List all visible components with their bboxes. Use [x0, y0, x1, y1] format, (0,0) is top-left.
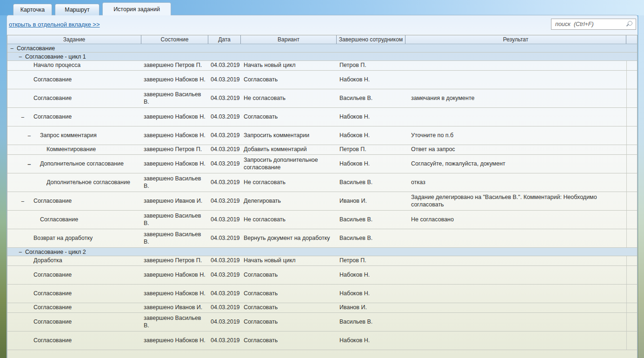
collapse-toggle-icon[interactable]: −	[21, 114, 27, 120]
header-cell-5[interactable]: Завершено сотрудником	[337, 35, 405, 44]
task-label: Запрос комментария	[40, 132, 97, 139]
table-row[interactable]: Согласованиезавершено Набоков Н.04.03.20…	[7, 71, 637, 89]
cell-task: Согласование	[7, 331, 141, 350]
task-label: Согласование	[33, 290, 72, 297]
row-filler	[626, 61, 637, 70]
cell-state: завершено Васильев В.	[141, 89, 208, 107]
cell-employee: Васильев В.	[337, 211, 405, 229]
cell-state: завершено Васильев В.	[141, 313, 208, 331]
cell-state: завершено Набоков Н.	[141, 285, 208, 303]
header-cell-3[interactable]: Дата	[208, 35, 241, 44]
open-in-new-tab-link[interactable]: открыть в отдельной вкладке >>	[9, 21, 100, 28]
cell-state: завершено Набоков Н.	[141, 155, 208, 173]
row-filler	[626, 126, 637, 145]
table-header: ЗаданиеСостояниеДатаВариантЗавершено сот…	[7, 35, 637, 44]
table-row[interactable]: Согласованиезавершено Набоков Н.04.03.20…	[7, 331, 637, 350]
cell-task: Возврат на доработку	[7, 229, 141, 247]
tab-route[interactable]: Маршрут	[55, 4, 100, 15]
cell-variant: Начать новый цикл	[241, 256, 337, 265]
cell-date: 04.03.2019	[208, 173, 241, 192]
row-filler	[626, 211, 637, 229]
cell-task: Согласование	[7, 313, 141, 331]
cell-result: Не согласовано	[405, 211, 626, 229]
table-row[interactable]: Комментированиезавершено Петров П.04.03.…	[7, 145, 637, 155]
task-label: Согласование	[33, 95, 72, 102]
tab-card[interactable]: Карточка	[13, 4, 52, 15]
search-icon[interactable]	[626, 20, 633, 28]
cell-employee: Петров П.	[337, 256, 405, 265]
search-box	[551, 19, 636, 30]
cell-employee: Набоков Н.	[337, 331, 405, 350]
cell-result	[405, 229, 626, 247]
row-filler	[626, 266, 637, 284]
table-row[interactable]: Доработказавершено Петров П.04.03.2019На…	[7, 256, 637, 266]
collapse-toggle-icon[interactable]: −	[21, 198, 27, 204]
cell-task: Дополнительное согласование	[7, 173, 141, 192]
collapse-toggle-icon[interactable]: −	[19, 53, 25, 60]
collapse-toggle-icon[interactable]: −	[10, 45, 17, 51]
row-filler	[626, 229, 637, 247]
cell-date: 04.03.2019	[208, 192, 241, 210]
collapse-toggle-icon[interactable]: −	[27, 161, 34, 167]
cell-variant: Согласовать	[241, 266, 337, 284]
table-row[interactable]: −Согласованиезавершено Иванов И.04.03.20…	[7, 192, 637, 211]
header-cell-6[interactable]: Результат	[405, 35, 626, 44]
table-row[interactable]: Согласованиезавершено Набоков Н.04.03.20…	[7, 266, 637, 285]
group-row[interactable]: −Согласование - цикл 2	[7, 248, 637, 256]
task-label: Дополнительное согласование	[40, 160, 124, 167]
cell-state: завершено Набоков Н.	[141, 71, 208, 89]
vertical-scrollbar[interactable]	[638, 15, 644, 358]
tab-bar: КарточкаМаршрутИстория заданий	[13, 2, 171, 15]
cell-variant: Согласовать	[241, 313, 337, 331]
cell-state: завершено Иванов И.	[141, 192, 208, 210]
cell-state: завершено Петров П.	[141, 61, 208, 70]
table-row[interactable]: −Дополнительное согласованиезавершено На…	[7, 155, 637, 173]
group-row[interactable]: −Согласование - цикл 1	[7, 53, 637, 61]
cell-date: 04.03.2019	[208, 285, 241, 303]
row-filler	[626, 71, 637, 89]
search-input[interactable]	[551, 21, 626, 27]
header-cell-4[interactable]: Вариант	[241, 35, 337, 44]
cell-task: Согласование	[7, 71, 141, 89]
cell-task: Доработка	[7, 256, 141, 265]
row-filler	[626, 331, 637, 350]
cell-variant: Не согласовать	[241, 89, 337, 107]
table-row[interactable]: −Запрос комментариязавершено Набоков Н.0…	[7, 126, 637, 145]
collapse-toggle-icon[interactable]: −	[27, 133, 34, 139]
cell-date: 04.03.2019	[208, 331, 241, 350]
cell-variant: Запросить комментарии	[241, 126, 337, 145]
cell-state: завершено Васильев В.	[141, 229, 208, 247]
table-row[interactable]: Согласованиезавершено Васильев В.04.03.2…	[7, 211, 637, 229]
header-cell-1[interactable]: Задание	[7, 35, 141, 44]
table-row[interactable]: Согласованиезавершено Иванов И.04.03.201…	[7, 303, 637, 313]
header-filler	[626, 35, 637, 44]
table-row[interactable]: Дополнительное согласованиезавершено Вас…	[7, 173, 637, 192]
cell-result	[405, 285, 626, 303]
table-row[interactable]: Согласованиезавершено Васильев В.04.03.2…	[7, 89, 637, 108]
tab-task-history[interactable]: История заданий	[102, 2, 171, 15]
cell-date: 04.03.2019	[208, 61, 241, 70]
row-filler	[626, 313, 637, 331]
header-cell-2[interactable]: Состояние	[141, 35, 208, 44]
row-filler	[626, 89, 637, 107]
table-row[interactable]: −Согласованиезавершено Набоков Н.04.03.2…	[7, 108, 637, 126]
task-history-table: ЗаданиеСостояниеДатаВариантЗавершено сот…	[7, 35, 637, 358]
cell-variant: Согласовать	[241, 331, 337, 350]
table-row[interactable]: Начало процессазавершено Петров П.04.03.…	[7, 61, 637, 71]
collapse-toggle-icon[interactable]: −	[19, 249, 25, 255]
cell-task: Начало процесса	[7, 61, 141, 70]
group-row[interactable]: −Согласование	[7, 44, 637, 53]
cell-result: Задание делегировано на "Васильев В.". К…	[405, 192, 626, 210]
table-row[interactable]: Возврат на доработкузавершено Васильев В…	[7, 229, 637, 248]
cell-state: завершено Петров П.	[141, 256, 208, 265]
task-label: Комментирование	[46, 146, 96, 153]
cell-state: завершено Набоков Н.	[141, 266, 208, 284]
cell-task: −Согласование	[7, 108, 141, 126]
table-row[interactable]: Согласованиезавершено Васильев В.04.03.2…	[7, 313, 637, 331]
cell-state: завершено Иванов И.	[141, 303, 208, 312]
cell-variant: Согласовать	[241, 285, 337, 303]
cell-result	[405, 303, 626, 312]
cell-variant: Согласовать	[241, 71, 337, 89]
table-row[interactable]: Согласованиезавершено Набоков Н.04.03.20…	[7, 285, 637, 303]
cell-employee: Иванов И.	[337, 192, 405, 210]
